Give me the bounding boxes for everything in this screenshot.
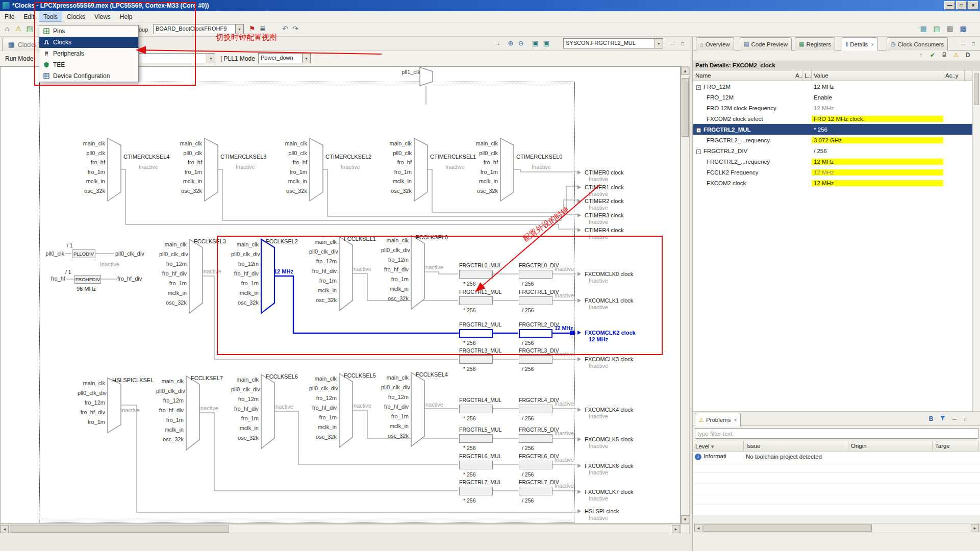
tab-registers[interactable]: ▦ Registers [795, 37, 835, 51]
maximize-panel-icon[interactable]: □ [962, 415, 970, 423]
list-icon[interactable]: ≣ [258, 24, 268, 33]
column-value[interactable]: Value [812, 71, 943, 81]
problems-tabs: ⚠ Problems × B — □ [693, 412, 980, 426]
combo-arrow-icon[interactable]: ▼ [302, 54, 310, 63]
menu-item-pins[interactable]: Pins [39, 26, 138, 37]
menu-edit[interactable]: Edit [19, 12, 39, 22]
column-l[interactable]: L.. [802, 71, 812, 81]
tab-details[interactable]: ℹ Details × [842, 37, 878, 51]
fit-view-icon[interactable]: ▣ [531, 39, 540, 47]
letter-b-icon[interactable]: B [926, 415, 936, 422]
minimize-view-icon[interactable]: — [668, 40, 676, 47]
minimize-panel-icon[interactable]: — [959, 40, 967, 47]
scrollbar-thumb[interactable] [974, 73, 979, 105]
menu-views[interactable]: Views [90, 12, 115, 22]
update-code-icon[interactable]: ▤ [24, 24, 35, 33]
application-window: *Clocks - LPCXpresso55S69.mex (LPC55S69,… [0, 0, 980, 551]
menu-item-tee[interactable]: TEE [39, 59, 138, 70]
problems-horizontal-scrollbar[interactable]: ◄ ► [694, 523, 979, 533]
menu-item-peripherals[interactable]: Peripherals [39, 48, 138, 59]
column-issue[interactable]: Issue [744, 441, 848, 451]
scroll-right-icon[interactable]: ► [672, 525, 680, 533]
column-name[interactable]: Name [693, 71, 793, 81]
full-view-icon[interactable]: ▣ [542, 39, 551, 47]
zoom-out-icon[interactable]: ⊖ [516, 39, 525, 47]
selected-element-combo[interactable]: SYSCON.FRGCTRL2_MUL ▼ [563, 38, 663, 48]
details-row[interactable]: FCCLK2 Frequency12 MHz [693, 167, 980, 178]
problems-row[interactable]: iInformatiNo toolchain project detected [693, 452, 980, 462]
scroll-right-icon[interactable]: ► [971, 524, 979, 532]
combo-arrow-icon[interactable]: ▼ [207, 54, 215, 63]
home-icon[interactable]: ⌂ [2, 24, 12, 33]
zoom-in-icon[interactable]: ⊕ [506, 39, 515, 47]
details-row[interactable]: -FRGCTRL2_DIV/ 256 [693, 145, 980, 156]
maximize-panel-icon[interactable]: □ [969, 40, 977, 47]
maximize-view-icon[interactable]: □ [679, 40, 687, 47]
filter-funnel-icon[interactable] [938, 415, 947, 423]
combo-arrow-icon[interactable]: ▼ [655, 39, 663, 48]
close-button[interactable]: × [968, 1, 978, 10]
minimize-button[interactable]: — [944, 1, 955, 10]
path-details-title: Path Details: FXCOM2_clock [693, 61, 980, 71]
maximize-button[interactable]: □ [956, 1, 967, 10]
details-row[interactable]: FRO 12M clock Frequency12 MHz [693, 103, 980, 113]
column-origin[interactable]: Origin [848, 441, 933, 451]
menu-item-device-configuration[interactable]: Device Configuration [39, 70, 138, 82]
registers-table-icon[interactable]: ▥ [945, 24, 955, 33]
expand-collapse-icon[interactable]: - [696, 85, 701, 90]
validate-icon[interactable]: ✔ [928, 52, 937, 59]
details-row[interactable]: FRO_12MEnable [693, 92, 980, 103]
details-row[interactable]: FXCOM2 clock12 MHz [693, 178, 980, 188]
tab-problems[interactable]: ⚠ Problems × [695, 413, 741, 427]
details-row[interactable]: FRGCTRL2_...requency3.072 GHz [693, 135, 980, 145]
scroll-left-icon[interactable]: ◄ [1, 525, 9, 533]
menu-tools[interactable]: Tools [39, 12, 62, 22]
peripherals-table-icon[interactable]: ▤ [932, 24, 942, 33]
details-row[interactable]: -FRGCTRL2_MUL* 256 [693, 124, 980, 135]
details-row[interactable]: FRGCTRL2_...requency12 MHz [693, 156, 980, 167]
tab-overview[interactable]: ⌂ Overview [696, 37, 734, 51]
expand-collapse-icon[interactable]: - [696, 149, 701, 154]
details-row[interactable]: FXCOM2 clock selectFRO 12 MHz clock. [693, 113, 980, 124]
details-row[interactable]: -FRO_12M12 MHz [693, 81, 980, 92]
warnings-filter-icon[interactable]: ⚠ [951, 52, 961, 59]
menu-help[interactable]: Help [115, 12, 137, 22]
canvas-vertical-scrollbar[interactable]: ▲ ▼ [681, 66, 690, 524]
scrollbar-thumb[interactable] [682, 78, 689, 137]
flag-icon[interactable]: ⚑ [247, 24, 257, 33]
scroll-left-icon[interactable]: ◄ [694, 524, 702, 532]
problems-empty-row [693, 494, 980, 505]
scroll-down-icon[interactable]: ▼ [681, 515, 689, 523]
warning-icon[interactable]: ⚠ [13, 24, 23, 33]
redo-icon[interactable]: ↷ [290, 24, 300, 33]
collapse-all-icon[interactable]: ↑ [916, 52, 925, 59]
scrollbar-thumb[interactable] [10, 525, 229, 533]
functional-group-label: oup [139, 27, 148, 33]
minimize-panel-icon[interactable]: — [950, 415, 959, 423]
pins-table-icon[interactable]: ▦ [918, 24, 928, 33]
pll1-mode-combo[interactable]: Power_down ▼ [258, 53, 311, 63]
canvas-horizontal-scrollbar[interactable]: ◄ ► [0, 524, 681, 534]
letter-d-icon[interactable]: D [963, 52, 972, 59]
scroll-up-icon[interactable]: ▲ [681, 67, 689, 75]
column-accuracy[interactable]: Ac..y [943, 71, 965, 81]
overview-window-icon[interactable]: ▩ [958, 24, 968, 33]
column-level[interactable]: Level ▾ [693, 441, 744, 451]
column-target[interactable]: Targe [933, 441, 978, 451]
details-vertical-scrollbar[interactable] [972, 71, 980, 411]
scrollbar-thumb[interactable] [703, 524, 872, 532]
menu-item-clocks[interactable]: Clocks [39, 37, 138, 48]
menu-file[interactable]: File [0, 12, 19, 22]
lock-icon[interactable] [940, 52, 949, 60]
go-to-icon[interactable]: → [493, 39, 502, 47]
undo-icon[interactable]: ↶ [280, 24, 290, 33]
menu-clocks[interactable]: Clocks [62, 12, 90, 22]
close-tab-icon[interactable]: × [871, 42, 874, 47]
close-tab-icon[interactable]: × [734, 417, 737, 423]
tab-clock-consumers[interactable]: ◷ Clock Consumers [887, 37, 948, 51]
title-bar[interactable]: *Clocks - LPCXpresso55S69.mex (LPC55S69,… [0, 0, 980, 11]
problems-filter-input[interactable] [695, 428, 978, 439]
tab-code-preview[interactable]: ▤ Code Preview [740, 37, 792, 51]
column-a[interactable]: A.. [793, 71, 802, 81]
expand-collapse-icon[interactable]: - [696, 128, 701, 133]
